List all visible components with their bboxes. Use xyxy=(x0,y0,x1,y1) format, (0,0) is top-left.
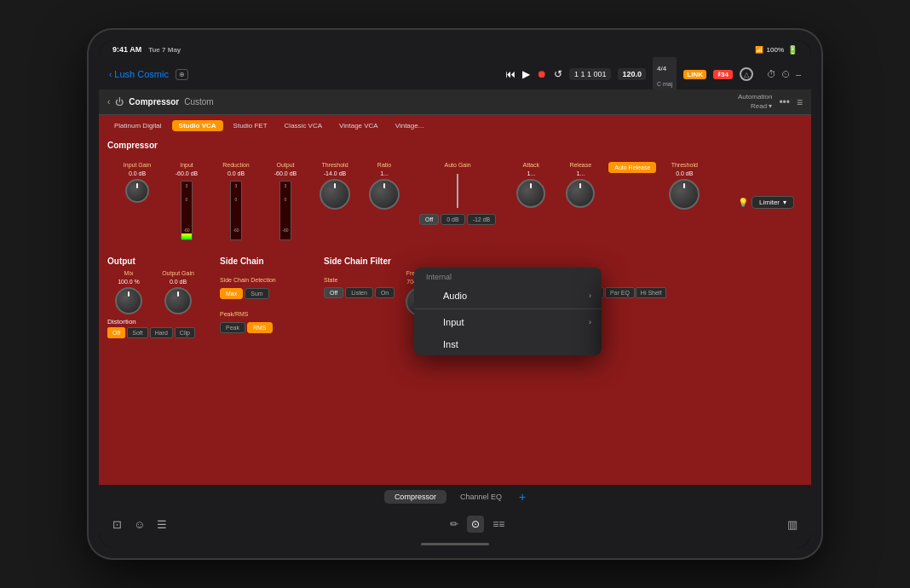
toolbar-right: ▥ xyxy=(787,518,798,531)
plugin-preset-label[interactable]: Custom xyxy=(184,97,213,107)
top-nav-right: ⏱ ⏲ – xyxy=(767,69,801,79)
toolbar-edit-icon[interactable]: ✏ xyxy=(450,518,458,530)
tempo-value: 120.0 xyxy=(622,70,642,78)
top-nav: ‹ Lush Cosmic ⊕ ⏮ ▶ ⏺ ↺ 1 1 1 001 120.0 … xyxy=(99,59,811,89)
battery-text: 100% xyxy=(767,46,784,54)
tab-platinum-digital[interactable]: Platinum Digital xyxy=(107,120,169,131)
ipad-screen: 9:41 AM Tue 7 May 📶 100% 🔋 ‹ Lush Cosmic… xyxy=(99,40,811,548)
wifi-icon: 📶 xyxy=(755,46,763,54)
plugin-nav-left: ‹ ⏻ Compressor Custom xyxy=(107,97,214,107)
home-bar xyxy=(421,543,489,545)
plugin-main: Compressor Input Gain 0.0 dB Input -60.0… xyxy=(99,135,811,485)
toolbar-list-icon[interactable]: ☰ xyxy=(157,518,167,531)
toolbar-arrange-icon[interactable]: ▥ xyxy=(787,518,798,531)
home-indicator xyxy=(99,539,811,548)
toolbar-plugin-icon[interactable]: ⊙ xyxy=(467,516,484,533)
nav-icon-3[interactable]: – xyxy=(796,69,801,79)
dropdown-overlay: Internal Audio › ✓ Kick (Audio 1) xyxy=(99,135,811,485)
add-plugin-btn[interactable]: + xyxy=(519,490,526,504)
inst-label: Inst xyxy=(443,339,458,349)
status-icons: 📶 100% 🔋 xyxy=(755,45,798,55)
tab-studio-vca[interactable]: Studio VCA xyxy=(172,120,223,131)
bottom-toolbar: ⊡ ☺ ☰ ✏ ⊙ ≡≡ ▥ xyxy=(99,509,811,539)
tab-vintage-2[interactable]: Vintage... xyxy=(389,120,431,131)
nav-icon-2[interactable]: ⏲ xyxy=(781,69,791,79)
toolbar-left: ⊡ ☺ ☰ xyxy=(112,518,167,531)
ipad-frame: 9:41 AM Tue 7 May 📶 100% 🔋 ‹ Lush Cosmic… xyxy=(89,30,821,558)
time-sig-display[interactable]: 4/4 C maj xyxy=(653,57,677,91)
audio-label: Audio xyxy=(443,291,467,301)
status-bar: 9:41 AM Tue 7 May 📶 100% 🔋 xyxy=(99,40,811,59)
plugin-power-icon[interactable]: ⏻ xyxy=(115,97,124,107)
input-arrow-icon: › xyxy=(589,318,591,326)
dropdown-separator-1 xyxy=(414,308,602,309)
dropdown-section-header: Internal xyxy=(414,268,602,285)
status-time: 9:41 AM xyxy=(112,45,141,54)
toolbar-center: ✏ ⊙ ≡≡ xyxy=(450,516,504,533)
automation-mode: Read ▾ xyxy=(738,102,772,111)
tab-vintage-vca[interactable]: Vintage VCA xyxy=(332,120,385,131)
project-name-label: Lush Cosmic xyxy=(114,69,169,79)
plugin-nav: ‹ ⏻ Compressor Custom Automation Read ▾ … xyxy=(99,89,811,115)
master-badge[interactable]: △ xyxy=(740,67,753,81)
toolbar-browser-icon[interactable]: ⊡ xyxy=(112,518,122,531)
key-badge[interactable]: ♯34 xyxy=(713,70,733,79)
tempo-display[interactable]: 120.0 xyxy=(618,68,646,80)
transport-controls: ⏮ ▶ ⏺ ↺ 1 1 1 001 120.0 4/4 C maj LINK ♯… xyxy=(505,57,753,91)
transport-position[interactable]: 1 1 1 001 xyxy=(569,68,612,80)
back-button[interactable]: ‹ Lush Cosmic xyxy=(109,69,169,79)
loop-button[interactable]: ↺ xyxy=(554,68,562,80)
tab-studio-fet[interactable]: Studio FET xyxy=(227,120,274,131)
toolbar-mixer-icon[interactable]: ≡≡ xyxy=(492,518,504,530)
status-date: Tue 7 May xyxy=(148,46,181,54)
tab-classic-vca[interactable]: Classic VCA xyxy=(278,120,329,131)
dropdown-menu: Internal Audio › ✓ Kick (Audio 1) xyxy=(414,268,602,355)
back-chevron-icon: ‹ xyxy=(109,70,112,79)
plugin-nav-back-icon[interactable]: ‹ xyxy=(107,97,110,107)
project-badge: ⊕ xyxy=(176,69,188,80)
toolbar-smart-controls-icon[interactable]: ☺ xyxy=(134,518,145,531)
battery-icon: 🔋 xyxy=(787,45,798,55)
prev-button[interactable]: ⏮ xyxy=(505,68,515,80)
position-value: 1 1 1 001 xyxy=(574,70,607,78)
dropdown-inst-item[interactable]: Inst xyxy=(414,333,602,355)
play-button[interactable]: ▶ xyxy=(522,68,530,80)
key-value: C maj xyxy=(657,81,672,87)
time-sig-value: 4/4 xyxy=(657,65,666,72)
footer-tab-channel-eq[interactable]: Channel EQ xyxy=(450,490,512,504)
plugin-name-label: Compressor xyxy=(129,97,179,107)
plugin-more-icon[interactable]: ••• xyxy=(779,96,790,108)
audio-arrow-icon: › xyxy=(589,291,591,300)
input-label: Input xyxy=(443,317,464,327)
footer-tabs: Compressor Channel EQ + xyxy=(99,485,811,509)
record-button[interactable]: ⏺ xyxy=(537,68,547,80)
link-badge[interactable]: LINK xyxy=(683,70,706,79)
plugin-menu-icon[interactable]: ≡ xyxy=(797,96,803,108)
automation-label: Automation xyxy=(738,93,772,101)
plugin-tabs: Platinum Digital Studio VCA Studio FET C… xyxy=(99,115,811,135)
dropdown-audio-item[interactable]: Audio › ✓ Kick (Audio 1) Snare (Audio 2) xyxy=(414,285,602,307)
footer-tab-compressor[interactable]: Compressor xyxy=(384,490,446,504)
nav-icon-1[interactable]: ⏱ xyxy=(767,69,776,79)
automation-info[interactable]: Automation Read ▾ xyxy=(738,93,772,111)
dropdown-input-item[interactable]: Input › xyxy=(414,311,602,333)
master-icon: △ xyxy=(744,71,749,78)
plugin-nav-right: Automation Read ▾ ••• ≡ xyxy=(738,93,803,111)
